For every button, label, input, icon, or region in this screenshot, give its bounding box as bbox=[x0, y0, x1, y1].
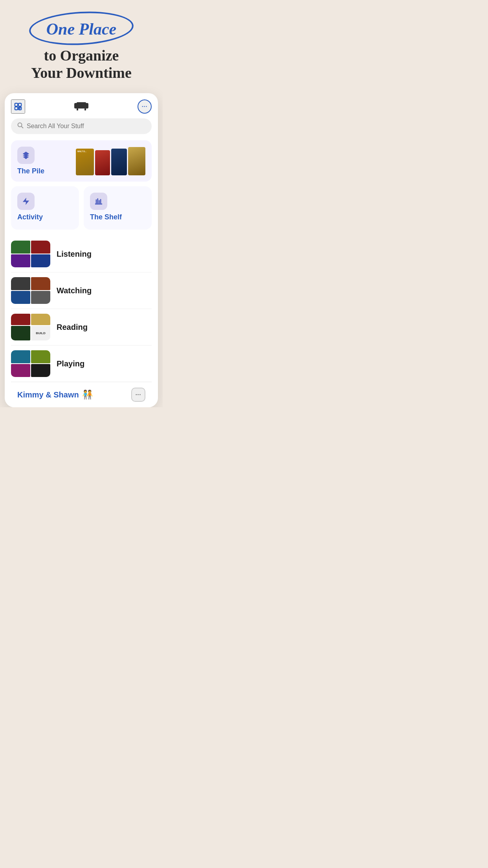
svg-rect-11 bbox=[84, 108, 86, 110]
reading-label: Reading bbox=[57, 323, 88, 332]
svg-rect-17 bbox=[96, 200, 97, 204]
activity-card[interactable]: Activity bbox=[11, 186, 79, 230]
svg-rect-9 bbox=[77, 102, 86, 105]
hero-subtitle: to Organize Your Downtime bbox=[31, 47, 132, 81]
svg-rect-20 bbox=[100, 199, 101, 204]
search-input[interactable] bbox=[27, 123, 145, 130]
app-header: ··· bbox=[11, 99, 152, 114]
listening-item[interactable]: Listening bbox=[11, 236, 152, 272]
pile-icon bbox=[17, 147, 35, 164]
svg-rect-16 bbox=[95, 204, 102, 205]
more-options-button[interactable]: ··· bbox=[138, 99, 152, 114]
friend-emoji: 🧑‍🤝‍🧑 bbox=[82, 390, 93, 400]
svg-line-13 bbox=[22, 127, 24, 129]
shelf-card[interactable]: The Shelf bbox=[84, 186, 152, 230]
svg-rect-19 bbox=[99, 200, 100, 204]
svg-point-12 bbox=[18, 123, 22, 127]
search-icon bbox=[17, 122, 24, 130]
reading-item[interactable]: BUILD Reading bbox=[11, 309, 152, 346]
playing-thumbs bbox=[11, 350, 50, 377]
playing-item[interactable]: Playing bbox=[11, 346, 152, 382]
friend-footer: Kimmy & Shawn 🧑‍🤝‍🧑 ··· bbox=[11, 382, 152, 407]
pile-books: WALT D... bbox=[76, 147, 145, 175]
watching-item[interactable]: Watching bbox=[11, 272, 152, 309]
listening-label: Listening bbox=[57, 250, 92, 259]
pile-card[interactable]: The Pile WALT D... bbox=[11, 140, 152, 182]
friend-name: Kimmy & Shawn bbox=[17, 390, 79, 399]
app-card: ··· The Pile bbox=[5, 93, 158, 407]
friend-more-button[interactable]: ··· bbox=[131, 388, 145, 402]
activity-icon bbox=[17, 193, 35, 210]
reading-thumbs: BUILD bbox=[11, 314, 50, 340]
svg-rect-18 bbox=[97, 199, 98, 204]
playing-label: Playing bbox=[57, 359, 84, 368]
watching-thumbs bbox=[11, 277, 50, 304]
couch-icon bbox=[74, 100, 88, 114]
svg-rect-10 bbox=[77, 108, 78, 110]
watching-label: Watching bbox=[57, 286, 92, 295]
hero-one-place: One Place bbox=[46, 20, 116, 38]
shelf-label: The Shelf bbox=[90, 213, 145, 221]
listening-thumbs bbox=[11, 241, 50, 267]
svg-rect-2 bbox=[15, 107, 18, 110]
svg-rect-14 bbox=[25, 156, 27, 159]
svg-rect-0 bbox=[15, 103, 18, 106]
activity-label: Activity bbox=[17, 213, 73, 221]
svg-rect-1 bbox=[18, 103, 21, 106]
pile-label: The Pile bbox=[17, 167, 44, 175]
add-button[interactable] bbox=[11, 99, 25, 114]
category-list: Listening Watching BUILD bbox=[11, 236, 152, 382]
shelf-icon bbox=[90, 193, 107, 210]
two-col-row: Activity The Shelf bbox=[11, 186, 152, 230]
search-bar bbox=[11, 118, 152, 134]
svg-marker-15 bbox=[23, 198, 29, 205]
